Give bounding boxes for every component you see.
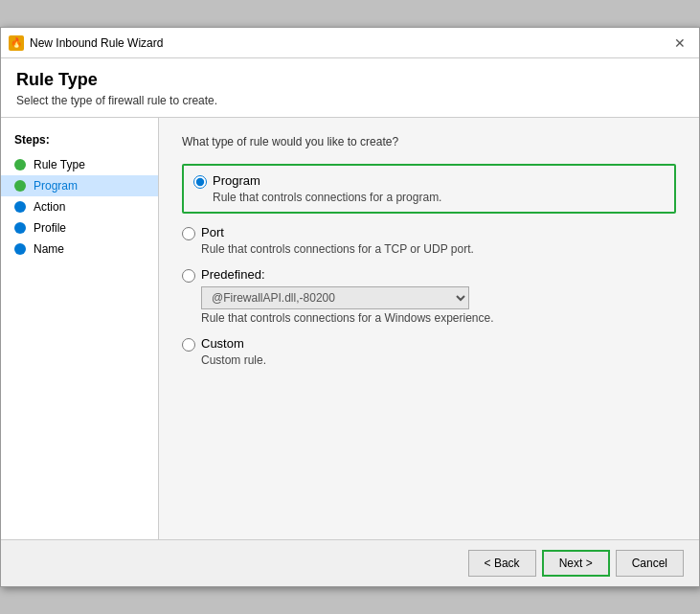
step-label-program: Program xyxy=(34,179,78,193)
question-text: What type of rule would you like to crea… xyxy=(182,135,676,148)
steps-title: Steps: xyxy=(1,129,158,154)
back-button[interactable]: < Back xyxy=(468,550,536,577)
option-group: Program Rule that controls connections f… xyxy=(182,164,676,367)
step-dot-name xyxy=(14,243,26,255)
step-dot-action xyxy=(14,201,26,213)
page-title: Rule Type xyxy=(16,70,684,90)
window-icon: 🔥 xyxy=(9,35,24,51)
step-dot-program xyxy=(14,180,26,192)
wizard-window: 🔥 New Inbound Rule Wizard ✕ Rule Type Se… xyxy=(0,27,700,587)
firewall-icon: 🔥 xyxy=(11,37,22,48)
option-predefined-row: Predefined: xyxy=(182,267,676,283)
radio-port[interactable] xyxy=(182,227,195,240)
radio-custom[interactable] xyxy=(182,338,195,352)
desc-custom: Custom rule. xyxy=(201,353,676,367)
label-custom[interactable]: Custom xyxy=(201,336,244,351)
sidebar-item-name[interactable]: Name xyxy=(1,239,158,260)
sidebar-item-program[interactable]: Program xyxy=(1,175,158,196)
title-bar: 🔥 New Inbound Rule Wizard ✕ xyxy=(1,28,699,58)
option-custom: Custom Custom rule. xyxy=(182,336,676,367)
label-port[interactable]: Port xyxy=(201,225,224,239)
desc-port: Rule that controls connections for a TCP… xyxy=(201,242,676,256)
content-area: Steps: Rule Type Program Action Profile … xyxy=(1,118,699,539)
steps-panel: Steps: Rule Type Program Action Profile … xyxy=(1,118,159,539)
option-program-row: Program xyxy=(193,173,665,189)
main-panel: What type of rule would you like to crea… xyxy=(159,118,699,539)
desc-predefined: Rule that controls connections for a Win… xyxy=(201,311,676,325)
step-label-name: Name xyxy=(34,242,64,256)
cancel-button[interactable]: Cancel xyxy=(616,550,684,577)
sidebar-item-profile[interactable]: Profile xyxy=(1,217,158,239)
option-port-row: Port xyxy=(182,225,676,240)
page-subtitle: Select the type of firewall rule to crea… xyxy=(16,94,684,107)
option-predefined: Predefined: @FirewallAPI.dll,-80200 Rule… xyxy=(182,267,676,325)
footer: < Back Next > Cancel xyxy=(1,539,699,586)
header-section: Rule Type Select the type of firewall ru… xyxy=(1,58,699,118)
label-predefined[interactable]: Predefined: xyxy=(201,267,265,282)
step-label-action: Action xyxy=(34,200,65,214)
sidebar-item-rule-type[interactable]: Rule Type xyxy=(1,154,158,175)
step-label-profile: Profile xyxy=(34,221,66,235)
close-button[interactable]: ✕ xyxy=(668,32,691,55)
option-custom-row: Custom xyxy=(182,336,676,352)
step-dot-rule-type xyxy=(14,159,26,171)
radio-predefined[interactable] xyxy=(182,269,195,283)
title-bar-left: 🔥 New Inbound Rule Wizard xyxy=(9,35,163,51)
step-dot-profile xyxy=(14,222,26,234)
next-button[interactable]: Next > xyxy=(542,550,610,577)
option-program: Program Rule that controls connections f… xyxy=(182,164,676,214)
window-title: New Inbound Rule Wizard xyxy=(30,36,163,50)
step-label-rule-type: Rule Type xyxy=(34,158,85,171)
desc-program: Rule that controls connections for a pro… xyxy=(213,191,665,204)
predefined-dropdown[interactable]: @FirewallAPI.dll,-80200 xyxy=(201,286,469,309)
option-port: Port Rule that controls connections for … xyxy=(182,225,676,256)
sidebar-item-action[interactable]: Action xyxy=(1,196,158,217)
radio-program[interactable] xyxy=(193,175,207,189)
label-program[interactable]: Program xyxy=(213,173,260,188)
